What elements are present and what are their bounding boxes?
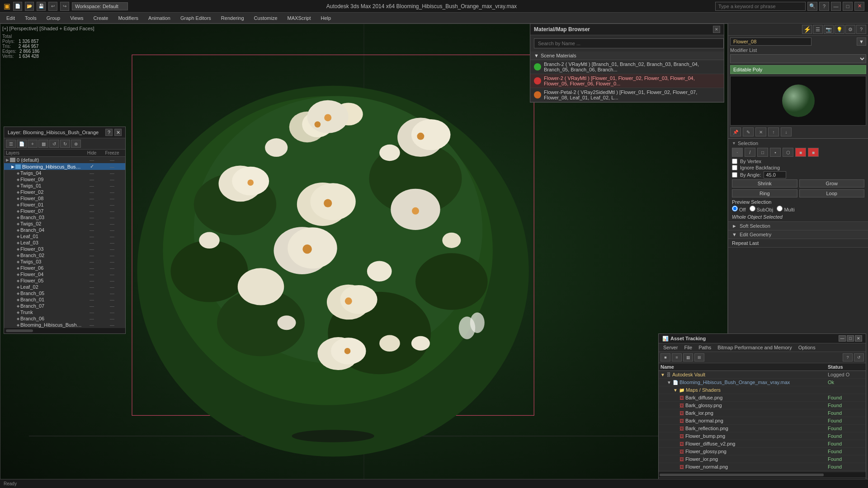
poly-mode-icon[interactable]: ▪: [770, 148, 781, 157]
layer-item-flower07[interactable]: ◆ Flower_07 — —: [4, 208, 125, 214]
rp-icon-6[interactable]: ?: [856, 25, 866, 34]
tb-btn-open[interactable]: 📂: [25, 2, 34, 11]
tb-btn-undo[interactable]: ↩: [48, 2, 57, 11]
subobj-radio[interactable]: [750, 206, 755, 211]
layer-item-leaf02[interactable]: ◆ Leaf_02 — —: [4, 284, 125, 290]
asset-tb-help[interactable]: ?: [843, 353, 853, 361]
layer-item-branch07[interactable]: ◆ Branch_07 — —: [4, 303, 125, 309]
mod-tb-dn[interactable]: ↓: [781, 127, 792, 136]
selection-header[interactable]: ▼ Selection: [732, 141, 864, 146]
asset-row-flower-bump[interactable]: 🖼 Flower_bump.png Found: [659, 432, 866, 440]
material-petal-item[interactable]: Flower-Petal-2 ( VRay2SidedMtl ) [Flower…: [530, 88, 724, 102]
layer-item-branch05[interactable]: ◆ Branch_05 — —: [4, 290, 125, 296]
layer-tb-menu[interactable]: ☰: [6, 140, 16, 148]
layer-item-flower02[interactable]: ◆ Flower_02 — —: [4, 189, 125, 195]
menu-item-graph-editors[interactable]: Graph Editors: [176, 14, 216, 22]
minimize-button[interactable]: —: [831, 2, 841, 11]
asset-tb-1[interactable]: ■: [660, 353, 670, 361]
layer-item-blooming[interactable]: ▶ Blooming_Hibiscus_Bush_Orange ✓ —: [4, 163, 125, 170]
layer-item-twigs02[interactable]: ◆ Twigs_02 — —: [4, 221, 125, 227]
soft-selection-bar[interactable]: ► Soft Selection: [728, 222, 868, 230]
vertex-mode-icon[interactable]: ·: [732, 148, 743, 157]
menu-item-help[interactable]: Help: [316, 14, 336, 22]
asset-row-scenefile[interactable]: ▼ 📄 Blooming_Hibiscus_Bush_Orange_max_vr…: [659, 379, 866, 386]
layer-item-trunk[interactable]: ◆ Trunk — —: [4, 309, 125, 315]
layer-tb-undo[interactable]: ↺: [49, 140, 59, 148]
asset-row-flower-glossy[interactable]: 🖼 Flower_glossy.png Found: [659, 448, 866, 455]
workspace-dropdown[interactable]: Workspace: Default: [72, 2, 128, 10]
select-mode-1[interactable]: ■: [795, 148, 806, 157]
tb-btn[interactable]: 📄: [13, 2, 22, 11]
layer-item-flower05[interactable]: ◆ Flower_05 — —: [4, 277, 125, 284]
rp-icon-4[interactable]: 💡: [835, 25, 844, 34]
layer-item-branch02[interactable]: ◆ Branch_02 — —: [4, 252, 125, 258]
layer-item-flower06[interactable]: ◆ Flower_06 — —: [4, 265, 125, 271]
layer-close-icon[interactable]: ✕: [114, 129, 122, 136]
asset-tb-2[interactable]: ≡: [672, 353, 682, 361]
layer-tb-new[interactable]: 📄: [17, 140, 27, 148]
mod-tb-up[interactable]: ↑: [768, 127, 779, 136]
asset-row-flower-ior[interactable]: 🖼 Flower_ior.png Found: [659, 455, 866, 463]
element-mode-icon[interactable]: ⬡: [783, 148, 793, 157]
scene-materials-header[interactable]: ▼ Scene Materials: [530, 52, 724, 60]
layer-scroll-thumb[interactable]: [6, 329, 33, 332]
menu-item-animation[interactable]: Animation: [144, 14, 175, 22]
menu-item-customize[interactable]: Customize: [250, 14, 282, 22]
material-search-input[interactable]: [534, 38, 724, 48]
search-icon[interactable]: 🔍: [807, 2, 817, 11]
edge-mode-icon[interactable]: /: [745, 148, 755, 157]
layer-item-flower04[interactable]: ◆ Flower_04 — —: [4, 271, 125, 277]
asset-tb-refresh[interactable]: ↺: [854, 353, 864, 361]
modifier-dropdown-btn[interactable]: ▼: [857, 38, 866, 46]
menu-item-edit[interactable]: Edit: [2, 14, 19, 22]
layer-item-branch03[interactable]: ◆ Branch_03 — —: [4, 214, 125, 221]
asset-scroll-thumb[interactable]: [660, 474, 824, 476]
mod-tb-pin[interactable]: 📌: [730, 127, 741, 136]
edit-geometry-bar[interactable]: ▼ Edit Geometry: [728, 230, 868, 239]
modifier-list-dropdown[interactable]: [730, 54, 866, 63]
asset-row-maps-folder[interactable]: ▼ 📁 Maps / Shaders: [659, 386, 866, 394]
maximize-button[interactable]: □: [843, 2, 853, 11]
layer-tb-plus[interactable]: ⊕: [71, 140, 81, 148]
multi-radio[interactable]: [777, 206, 783, 211]
loop-button[interactable]: Loop: [799, 189, 865, 197]
layer-item-blooming-sub[interactable]: ◆ Blooming_Hibiscus_Bush_Orange — —: [4, 322, 125, 328]
layer-item-leaf03[interactable]: ◆ Leaf_03 — —: [4, 239, 125, 246]
mod-tb-sel[interactable]: ✎: [743, 127, 754, 136]
layer-item-twigs04[interactable]: ◆ Twigs_04 — —: [4, 170, 125, 176]
asset-row-flower-diffuse[interactable]: 🖼 Flower_diffuse_v2.png Found: [659, 440, 866, 448]
asset-row-bark-normal[interactable]: 🖼 Bark_normal.png Found: [659, 417, 866, 425]
layer-item-twigs03[interactable]: ◆ Twigs_03 — —: [4, 258, 125, 265]
menu-item-tools[interactable]: Tools: [20, 14, 41, 22]
layer-tb-grid[interactable]: ▦: [38, 140, 48, 148]
layer-item-default[interactable]: ▶ 0 (default) — —: [4, 157, 125, 163]
menu-item-rendering[interactable]: Rendering: [217, 14, 249, 22]
asset-tb-4[interactable]: ⊞: [694, 353, 704, 361]
object-name-input[interactable]: [730, 38, 811, 46]
asset-maximize-button[interactable]: □: [847, 335, 854, 342]
material-branch-item[interactable]: Branch-2 ( VRayMtl ) [Branch_01, Branch_…: [530, 60, 724, 74]
asset-row-bark-reflection[interactable]: 🖼 Bark_reflection.png Found: [659, 425, 866, 432]
rp-icon-1[interactable]: ⚡: [802, 25, 812, 34]
layer-item-twigs01[interactable]: ◆ Twigs_01 — —: [4, 183, 125, 189]
layer-tb-redo[interactable]: ↻: [60, 140, 70, 148]
asset-row-bark-glossy[interactable]: 🖼 Bark_glossy.png Found: [659, 402, 866, 409]
mod-tb-del[interactable]: ✕: [755, 127, 766, 136]
close-button[interactable]: ✕: [854, 2, 864, 11]
layer-tb-add[interactable]: +: [28, 140, 38, 148]
layer-item-flower03[interactable]: ◆ Flower_03 — —: [4, 246, 125, 252]
search-input[interactable]: [715, 2, 806, 11]
layer-item-branch01[interactable]: ◆ Branch_01 — —: [4, 296, 125, 303]
asset-row-bark-ior[interactable]: 🖼 Bark_ior.png Found: [659, 409, 866, 417]
rp-icon-5[interactable]: ⚙: [845, 25, 855, 34]
asset-row-vault[interactable]: ▼ 🗄 Autodesk Vault Logged O: [659, 371, 866, 379]
menu-item-maxscript[interactable]: MAXScript: [283, 14, 316, 22]
layer-item-flower01[interactable]: ◆ Flower_01 — —: [4, 202, 125, 208]
layer-item-branch06[interactable]: ◆ Branch_06 — —: [4, 315, 125, 322]
layer-item-leaf01[interactable]: ◆ Leaf_01 — —: [4, 233, 125, 239]
select-mode-2[interactable]: ■: [808, 148, 819, 157]
asset-minimize-button[interactable]: —: [839, 335, 846, 342]
ignore-back-checkbox[interactable]: [732, 165, 737, 170]
layer-item-flower08[interactable]: ◆ Flower_08 — —: [4, 195, 125, 202]
asset-scrollbar[interactable]: [659, 472, 866, 478]
